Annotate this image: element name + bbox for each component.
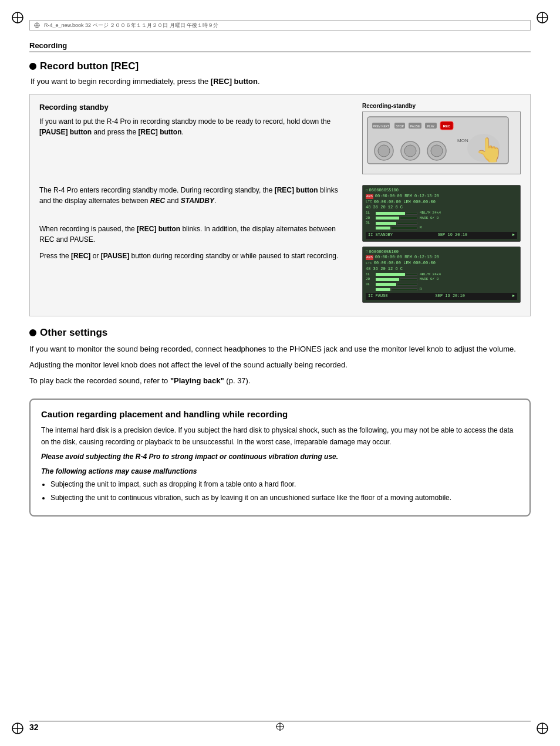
other-settings-title: Other settings <box>29 327 531 339</box>
lcd-status-bar-2: II PAUSE SEP 19 20:10 ► <box>366 293 517 300</box>
standby-text-3: When recording is paused, the [REC] butt… <box>39 224 350 245</box>
svg-text:MON: MON <box>457 138 468 143</box>
record-button-title: Record button [REC] <box>29 60 531 72</box>
standby-text-1: If you want to put the R-4 Pro in record… <box>39 116 350 137</box>
caution-body-1: The internal hard disk is a precision de… <box>41 425 519 447</box>
caution-list: Subjecting the unit to impact, such as d… <box>50 479 519 504</box>
other-settings-text-1: If you want to monitor the sound being r… <box>29 343 531 356</box>
corner-mark-tr <box>535 11 549 25</box>
section-heading: Recording <box>29 41 531 52</box>
other-settings-text-2: Adjusting the monitor level knob does no… <box>29 359 531 372</box>
svg-point-29 <box>404 145 416 157</box>
svg-text:PLAY: PLAY <box>427 124 435 128</box>
lcd-status-bar-1: II STANDBY SEP 19 20:10 ► <box>366 232 517 239</box>
svg-text:PREV NEXT: PREV NEXT <box>373 124 389 128</box>
lcd-row-ltc: LTC 00:00:00:00 LEM 000-00:00 <box>366 200 517 205</box>
svg-text:STOP: STOP <box>396 124 404 128</box>
page-number: 32 <box>29 723 39 732</box>
caution-list-item-2: Subjecting the unit to continuous vibrat… <box>50 492 519 504</box>
header-bar: R-4_e_new.book 32 ページ ２００６年１１月２０日 月曜日 午後… <box>29 20 531 31</box>
standby-text-2: The R-4 Pro enters recording standby mod… <box>39 185 350 206</box>
caution-title: Caution regarding placement and handling… <box>41 409 519 419</box>
svg-point-31 <box>431 145 443 157</box>
standby-right: Recording-standby PREV NEXT STOP PAUSE <box>362 103 521 180</box>
svg-point-27 <box>378 145 390 157</box>
lcd-ch-1L: 1L 4BL/M 24k4 <box>366 211 517 215</box>
device-diagram: PREV NEXT STOP PAUSE PLAY REC <box>362 112 521 174</box>
lcd-display-2: □ 060606055100 ABS 00:00:00:00 REM 0:12:… <box>362 247 521 303</box>
lcd2-row-abs: ABS 00:00:00:00 REM 0:12:13:20 <box>366 255 517 261</box>
lcd2-row-scale: 48 36 20 12 6 C <box>366 266 517 272</box>
lcd-row-scale: 48 36 20 12 6 C <box>366 205 517 211</box>
caution-list-item-1: Subjecting the unit to impact, such as d… <box>50 479 519 490</box>
record-button-section: Record button [REC] If you want to begin… <box>29 60 531 86</box>
lcd2-row-ltc: LTC 00:00:00:00 LEM 000-00:00 <box>366 261 517 266</box>
standby-text-4: Press the [REC] or [PAUSE] button during… <box>39 251 350 261</box>
device-diagram-label: Recording-standby <box>362 103 521 109</box>
svg-text:👆: 👆 <box>475 136 504 164</box>
footer-crosshair <box>275 722 285 733</box>
footer-crosshair-icon <box>275 722 285 731</box>
corner-mark-bl <box>11 721 25 735</box>
header-crosshair-icon <box>33 22 41 29</box>
caution-body-2: Please avoid subjecting the R-4 Pro to s… <box>41 451 519 463</box>
bullet-dot <box>29 63 36 70</box>
corner-mark-br <box>535 721 549 735</box>
device-svg: PREV NEXT STOP PAUSE PLAY REC <box>366 116 513 168</box>
lcd2-ch-1L: 1L 4BL/M 24k4 <box>366 272 517 277</box>
standby-bottom: The R-4 Pro enters recording standby mod… <box>39 185 521 308</box>
lcd-ch-3L: 3L <box>366 221 517 225</box>
lcd2-row-icon: □ 060606055100 <box>366 249 517 255</box>
other-bullet-dot <box>29 329 36 336</box>
standby-box: Recording standby If you want to put the… <box>29 94 531 316</box>
lcd-row-abs: ABS 00:00:00:00 REM 0:12:13:20 <box>366 194 517 200</box>
corner-mark-tl <box>11 11 25 25</box>
lcd2-ch-4R: R <box>366 287 517 292</box>
standby-left: Recording standby If you want to put the… <box>39 103 350 180</box>
standby-inner: Recording standby If you want to put the… <box>39 103 521 180</box>
lcd-row-icon: □ 060606055100 <box>366 188 517 194</box>
standby-lcd-column: □ 060606055100 ABS 00:00:00:00 REM 0:12:… <box>362 185 521 308</box>
lcd-ch-2R: 2R MARK 0/ 0 <box>366 216 517 221</box>
other-settings-section: Other settings If you want to monitor th… <box>29 327 531 387</box>
lcd2-ch-3L: 3L <box>366 282 517 287</box>
caution-box: Caution regarding placement and handling… <box>29 399 531 517</box>
other-settings-text-3: To play back the recorded sound, refer t… <box>29 375 531 387</box>
main-content: Recording Record button [REC] If you wan… <box>29 41 531 717</box>
svg-text:PAUSE: PAUSE <box>410 124 420 128</box>
lcd2-ch-2R: 2R MARK 0/ 0 <box>366 277 517 282</box>
footer-line <box>29 721 531 721</box>
standby-bottom-left: The R-4 Pro enters recording standby mod… <box>39 185 350 308</box>
record-button-intro: If you want to begin recording immediate… <box>31 77 531 86</box>
svg-text:REC: REC <box>443 124 451 128</box>
standby-title: Recording standby <box>39 103 350 112</box>
caution-subtitle: The following actions may cause malfunct… <box>41 467 519 475</box>
lcd-ch-4R: R <box>366 225 517 230</box>
header-text: R-4_e_new.book 32 ページ ２００６年１１月２０日 月曜日 午後… <box>44 22 218 29</box>
lcd-display-1: □ 060606055100 ABS 00:00:00:00 REM 0:12:… <box>362 185 521 242</box>
